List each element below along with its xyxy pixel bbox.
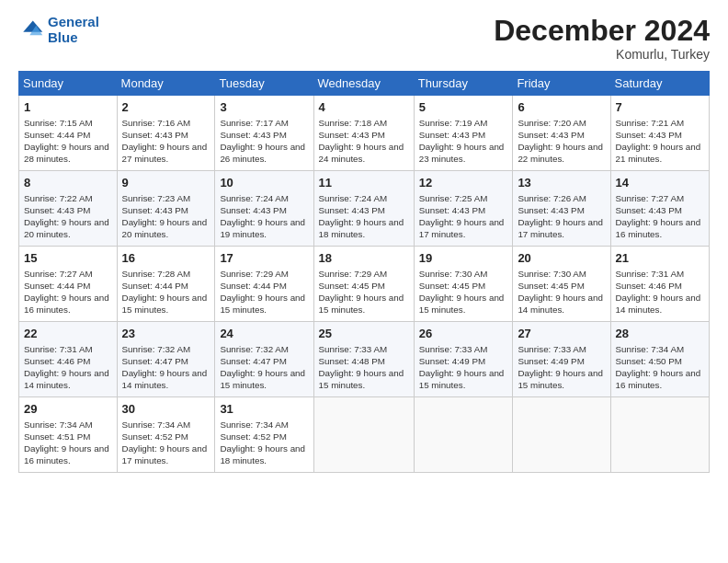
day-cell: [610, 397, 709, 473]
day-cell: 7Sunrise: 7:21 AMSunset: 4:43 PMDaylight…: [610, 96, 709, 171]
day-info: Sunrise: 7:27 AMSunset: 4:43 PMDaylight:…: [616, 192, 704, 241]
col-monday: Monday: [117, 72, 215, 96]
week-row-2: 8Sunrise: 7:22 AMSunset: 4:43 PMDaylight…: [19, 171, 710, 247]
day-number: 28: [616, 326, 704, 342]
day-info: Sunrise: 7:33 AMSunset: 4:49 PMDaylight:…: [518, 343, 605, 392]
day-cell: 12Sunrise: 7:25 AMSunset: 4:43 PMDayligh…: [414, 171, 513, 247]
day-number: 10: [220, 175, 308, 191]
day-info: Sunrise: 7:32 AMSunset: 4:47 PMDaylight:…: [220, 343, 308, 392]
day-cell: 22Sunrise: 7:31 AMSunset: 4:46 PMDayligh…: [19, 322, 118, 397]
day-info: Sunrise: 7:17 AMSunset: 4:43 PMDaylight:…: [220, 117, 308, 166]
day-info: Sunrise: 7:30 AMSunset: 4:45 PMDaylight:…: [419, 268, 508, 316]
day-info: Sunrise: 7:32 AMSunset: 4:47 PMDaylight:…: [122, 343, 210, 392]
col-saturday: Saturday: [610, 72, 709, 96]
header-row: Sunday Monday Tuesday Wednesday Thursday…: [19, 72, 710, 96]
day-info: Sunrise: 7:31 AMSunset: 4:46 PMDaylight:…: [24, 343, 112, 392]
day-info: Sunrise: 7:31 AMSunset: 4:46 PMDaylight:…: [616, 268, 704, 316]
day-number: 19: [419, 250, 508, 267]
day-number: 26: [419, 326, 508, 342]
day-cell: 28Sunrise: 7:34 AMSunset: 4:50 PMDayligh…: [610, 322, 709, 397]
col-friday: Friday: [513, 72, 610, 96]
calendar: Sunday Monday Tuesday Wednesday Thursday…: [18, 71, 710, 473]
day-number: 24: [220, 326, 308, 342]
day-cell: 26Sunrise: 7:33 AMSunset: 4:49 PMDayligh…: [414, 322, 513, 397]
logo-line1: General: [48, 15, 99, 30]
day-number: 31: [220, 401, 308, 418]
day-number: 5: [419, 99, 508, 116]
day-cell: 9Sunrise: 7:23 AMSunset: 4:43 PMDaylight…: [117, 171, 215, 247]
day-number: 3: [220, 99, 308, 116]
day-info: Sunrise: 7:28 AMSunset: 4:44 PMDaylight:…: [122, 268, 210, 316]
day-info: Sunrise: 7:23 AMSunset: 4:43 PMDaylight:…: [122, 192, 210, 241]
logo-icon: [18, 17, 44, 43]
day-number: 7: [616, 99, 704, 116]
day-info: Sunrise: 7:34 AMSunset: 4:52 PMDaylight:…: [122, 419, 210, 467]
day-number: 29: [24, 401, 112, 418]
day-info: Sunrise: 7:30 AMSunset: 4:45 PMDaylight:…: [518, 268, 605, 316]
day-cell: 16Sunrise: 7:28 AMSunset: 4:44 PMDayligh…: [117, 247, 215, 322]
day-cell: 2Sunrise: 7:16 AMSunset: 4:43 PMDaylight…: [117, 96, 215, 171]
day-cell: 10Sunrise: 7:24 AMSunset: 4:43 PMDayligh…: [215, 171, 313, 247]
day-info: Sunrise: 7:21 AMSunset: 4:43 PMDaylight:…: [616, 117, 704, 166]
day-info: Sunrise: 7:15 AMSunset: 4:44 PMDaylight:…: [24, 117, 112, 166]
day-cell: 3Sunrise: 7:17 AMSunset: 4:43 PMDaylight…: [215, 96, 313, 171]
page: General Blue December 2024 Komurlu, Turk…: [0, 0, 728, 563]
week-row-3: 15Sunrise: 7:27 AMSunset: 4:44 PMDayligh…: [19, 247, 710, 322]
day-number: 20: [518, 250, 605, 267]
day-cell: 13Sunrise: 7:26 AMSunset: 4:43 PMDayligh…: [513, 171, 610, 247]
day-number: 16: [122, 250, 210, 267]
day-number: 2: [122, 99, 210, 116]
day-number: 30: [122, 401, 210, 418]
day-number: 18: [319, 250, 409, 267]
day-info: Sunrise: 7:22 AMSunset: 4:43 PMDaylight:…: [24, 192, 112, 241]
day-cell: 5Sunrise: 7:19 AMSunset: 4:43 PMDaylight…: [414, 96, 513, 171]
day-cell: 31Sunrise: 7:34 AMSunset: 4:52 PMDayligh…: [215, 397, 313, 473]
day-info: Sunrise: 7:33 AMSunset: 4:48 PMDaylight:…: [319, 343, 409, 392]
calendar-body: 1Sunrise: 7:15 AMSunset: 4:44 PMDaylight…: [19, 96, 710, 473]
day-number: 12: [419, 175, 508, 191]
day-cell: 17Sunrise: 7:29 AMSunset: 4:44 PMDayligh…: [215, 247, 313, 322]
day-number: 11: [319, 175, 409, 191]
day-cell: 19Sunrise: 7:30 AMSunset: 4:45 PMDayligh…: [414, 247, 513, 322]
day-cell: 24Sunrise: 7:32 AMSunset: 4:47 PMDayligh…: [215, 322, 313, 397]
location-subtitle: Komurlu, Turkey: [494, 47, 710, 62]
week-row-1: 1Sunrise: 7:15 AMSunset: 4:44 PMDaylight…: [19, 96, 710, 171]
day-info: Sunrise: 7:29 AMSunset: 4:44 PMDaylight:…: [220, 268, 308, 316]
day-cell: 11Sunrise: 7:24 AMSunset: 4:43 PMDayligh…: [313, 171, 414, 247]
day-number: 23: [122, 326, 210, 342]
day-cell: 27Sunrise: 7:33 AMSunset: 4:49 PMDayligh…: [513, 322, 610, 397]
day-info: Sunrise: 7:27 AMSunset: 4:44 PMDaylight:…: [24, 268, 112, 316]
day-number: 6: [518, 99, 605, 116]
day-cell: 18Sunrise: 7:29 AMSunset: 4:45 PMDayligh…: [313, 247, 414, 322]
day-info: Sunrise: 7:25 AMSunset: 4:43 PMDaylight:…: [419, 192, 508, 241]
day-number: 27: [518, 326, 605, 342]
day-number: 1: [24, 99, 112, 116]
day-info: Sunrise: 7:24 AMSunset: 4:43 PMDaylight:…: [220, 192, 308, 241]
svg-marker-0: [23, 20, 42, 31]
day-cell: 23Sunrise: 7:32 AMSunset: 4:47 PMDayligh…: [117, 322, 215, 397]
day-info: Sunrise: 7:16 AMSunset: 4:43 PMDaylight:…: [122, 117, 210, 166]
day-cell: 21Sunrise: 7:31 AMSunset: 4:46 PMDayligh…: [610, 247, 709, 322]
title-block: December 2024 Komurlu, Turkey: [494, 15, 710, 62]
day-info: Sunrise: 7:24 AMSunset: 4:43 PMDaylight:…: [319, 192, 409, 241]
day-number: 13: [518, 175, 605, 191]
day-number: 21: [616, 250, 704, 267]
logo: General Blue: [18, 15, 99, 45]
day-cell: 29Sunrise: 7:34 AMSunset: 4:51 PMDayligh…: [19, 397, 118, 473]
day-number: 17: [220, 250, 308, 267]
week-row-4: 22Sunrise: 7:31 AMSunset: 4:46 PMDayligh…: [19, 322, 710, 397]
day-number: 9: [122, 175, 210, 191]
col-wednesday: Wednesday: [313, 72, 414, 96]
day-number: 15: [24, 250, 112, 267]
day-cell: 30Sunrise: 7:34 AMSunset: 4:52 PMDayligh…: [117, 397, 215, 473]
day-info: Sunrise: 7:19 AMSunset: 4:43 PMDaylight:…: [419, 117, 508, 166]
day-cell: 8Sunrise: 7:22 AMSunset: 4:43 PMDaylight…: [19, 171, 118, 247]
col-sunday: Sunday: [19, 72, 118, 96]
day-info: Sunrise: 7:20 AMSunset: 4:43 PMDaylight:…: [518, 117, 605, 166]
week-row-5: 29Sunrise: 7:34 AMSunset: 4:51 PMDayligh…: [19, 397, 710, 473]
day-cell: 25Sunrise: 7:33 AMSunset: 4:48 PMDayligh…: [313, 322, 414, 397]
day-cell: [513, 397, 610, 473]
day-cell: [414, 397, 513, 473]
day-number: 14: [616, 175, 704, 191]
day-cell: 6Sunrise: 7:20 AMSunset: 4:43 PMDaylight…: [513, 96, 610, 171]
